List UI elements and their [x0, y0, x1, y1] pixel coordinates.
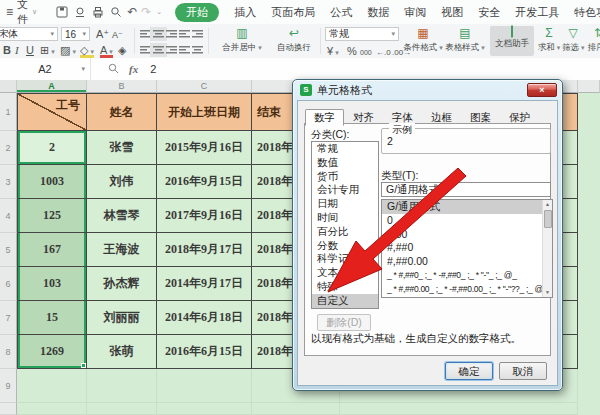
formula-input[interactable]: 2: [150, 63, 156, 75]
cell-A9[interactable]: [17, 369, 87, 403]
cell-B5[interactable]: 王海波: [87, 233, 157, 267]
menu-tab-安全[interactable]: 安全: [478, 5, 500, 20]
category-item-文本[interactable]: 文本: [312, 266, 378, 280]
column-header[interactable]: A: [17, 80, 87, 93]
hamburger-menu-icon[interactable]: ≡: [6, 5, 13, 19]
align-left-icon[interactable]: [140, 46, 151, 54]
fx-icon[interactable]: fx: [129, 63, 138, 75]
increase-font-icon[interactable]: A⁺: [96, 28, 109, 40]
row-header-8[interactable]: 8: [0, 335, 17, 369]
name-box[interactable]: A2 ▾: [0, 58, 91, 80]
empty-cell[interactable]: [157, 403, 252, 415]
dialog-tab-数字[interactable]: 数字: [305, 109, 344, 126]
row-header[interactable]: [0, 403, 17, 415]
scrollbar[interactable]: ▲ ▼: [542, 200, 552, 297]
decrease-font-icon[interactable]: A⁻: [112, 29, 123, 41]
type-option[interactable]: _ * #,##0_ ;_ * -#,##0_ ;_ * "-"_ ;_ @_: [382, 269, 543, 283]
cell-B3[interactable]: 刘伟: [87, 165, 157, 199]
menu-tab-页面布局[interactable]: 页面布局: [271, 5, 315, 20]
column-header[interactable]: C: [157, 80, 252, 93]
dialog-tab-图案[interactable]: 图案: [461, 109, 500, 126]
name-box-dropdown-icon[interactable]: ▾: [81, 65, 85, 73]
filter-button[interactable]: ▽ 筛选▾: [562, 26, 584, 56]
empty-cell[interactable]: [17, 403, 87, 415]
category-item-自定义[interactable]: 自定义: [312, 294, 378, 308]
dialog-tab-边框[interactable]: 边框: [422, 109, 461, 126]
italic-button[interactable]: I: [15, 44, 19, 56]
cell-C9[interactable]: [157, 369, 252, 403]
menu-tab-开发工具[interactable]: 开发工具: [515, 5, 559, 20]
undo-icon[interactable]: ↶: [127, 5, 137, 19]
cell-B7[interactable]: 刘丽丽: [87, 301, 157, 335]
menu-tab-视图[interactable]: 视图: [441, 5, 463, 20]
category-item-百分比[interactable]: 百分比: [312, 225, 378, 239]
menu-tab-数据[interactable]: 数据: [367, 5, 389, 20]
sum-button[interactable]: Σ 求和▾: [537, 26, 561, 56]
row-header-1[interactable]: 1: [0, 93, 17, 131]
print-icon[interactable]: [91, 5, 105, 19]
type-option[interactable]: 0.00: [382, 228, 543, 242]
cell-A3[interactable]: 1003: [17, 165, 87, 199]
row-header-2[interactable]: 2: [0, 131, 17, 165]
file-menu[interactable]: 文件 ∨: [17, 0, 37, 27]
cell-B6[interactable]: 孙杰辉: [87, 267, 157, 301]
decrease-indent-icon[interactable]: [179, 30, 190, 38]
type-option[interactable]: _ * #,##0.00_ ;_ * -#,##0.00_ ;_ * "-"??…: [382, 283, 543, 297]
type-option[interactable]: 0: [382, 214, 543, 228]
scroll-down-icon[interactable]: ▼: [543, 288, 552, 297]
cell-C3[interactable]: 2016年9月15日: [157, 165, 252, 199]
insert-function-icon[interactable]: [107, 62, 121, 76]
font-size-select[interactable]: 16▾: [61, 27, 90, 41]
format-eraser-icon[interactable]: ◈: [118, 44, 126, 56]
underline-button[interactable]: U: [26, 44, 34, 56]
align-right-icon[interactable]: [166, 46, 177, 54]
column-header[interactable]: [578, 80, 600, 93]
row-header-4[interactable]: 4: [0, 199, 17, 233]
wrap-text-button[interactable]: ↩ 自动换行: [272, 26, 316, 56]
type-option[interactable]: #,##0.00: [382, 255, 543, 269]
category-item-会计专用[interactable]: 会计专用: [312, 183, 378, 197]
align-middle-icon[interactable]: [153, 30, 164, 38]
empty-cell[interactable]: [87, 403, 157, 415]
increase-indent-icon[interactable]: [192, 30, 203, 38]
align-center-icon[interactable]: [153, 46, 164, 54]
sort-button[interactable]: ⇅ 排序▾: [586, 26, 600, 56]
type-option[interactable]: #,##0: [382, 241, 543, 255]
category-item-时间[interactable]: 时间: [312, 211, 378, 225]
number-format-select[interactable]: 常规▾: [325, 27, 399, 41]
menu-tab-特色功能[interactable]: 特色功能: [574, 5, 600, 20]
cell-A6[interactable]: 103: [17, 267, 87, 301]
align-bottom-icon[interactable]: [166, 30, 177, 38]
cell-C8[interactable]: 2016年6月15日: [157, 335, 252, 369]
category-item-特殊[interactable]: 特殊: [312, 280, 378, 294]
cell-C2[interactable]: 2015年9月16日: [157, 131, 252, 165]
cell-A7[interactable]: 15: [17, 301, 87, 335]
cell-A2[interactable]: 2: [17, 131, 87, 165]
conditional-format-button[interactable]: ▦ 条件格式▾: [402, 26, 444, 56]
quickbar-dropdown-icon[interactable]: ⌄: [156, 8, 162, 16]
row-header-6[interactable]: 6: [0, 267, 17, 301]
scrollbar-thumb[interactable]: [544, 210, 552, 228]
align-top-icon[interactable]: [140, 30, 151, 38]
font-color-icon[interactable]: A▾: [100, 44, 113, 58]
redo-icon[interactable]: ↷: [141, 5, 151, 19]
type-list[interactable]: G/通用格式00.00#,##0#,##0.00_ * #,##0_ ;_ * …: [381, 199, 553, 298]
category-item-常规[interactable]: 常规: [312, 142, 378, 156]
category-item-分数[interactable]: 分数: [312, 239, 378, 253]
output-icon[interactable]: [73, 5, 87, 19]
menu-tab-审阅[interactable]: 审阅: [404, 5, 426, 20]
scroll-up-icon[interactable]: ▲: [543, 200, 552, 209]
cell-A5[interactable]: 167: [17, 233, 87, 267]
print-preview-icon[interactable]: [109, 5, 123, 19]
delete-button[interactable]: 删除(D): [317, 314, 371, 331]
type-option[interactable]: G/通用格式: [382, 200, 543, 214]
row-header-5[interactable]: 5: [0, 233, 17, 267]
cell-B9[interactable]: [87, 369, 157, 403]
cancel-button[interactable]: 取消: [499, 362, 547, 380]
dialog-tab-对齐[interactable]: 对齐: [344, 109, 383, 126]
cell-C1[interactable]: 开始上班日期: [157, 93, 252, 131]
distribute-icon[interactable]: [192, 46, 203, 54]
category-item-货币[interactable]: 货币: [312, 170, 378, 184]
justify-icon[interactable]: [179, 46, 190, 54]
cell-B1[interactable]: 姓名: [87, 93, 157, 131]
